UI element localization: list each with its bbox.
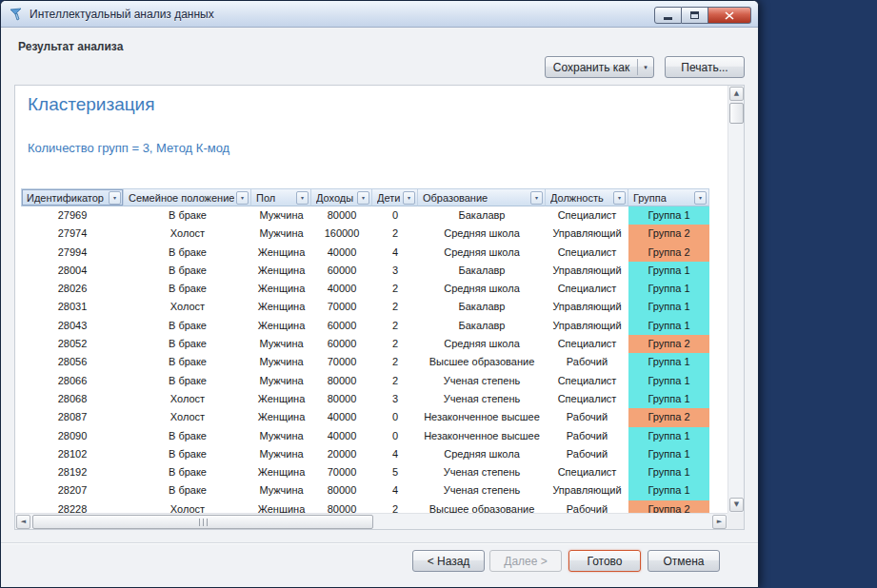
table-row[interactable]: 28068ХолостЖенщина800003Ученая степеньСп… bbox=[21, 390, 710, 408]
vertical-scrollbar[interactable]: ▲ ▼ bbox=[728, 86, 744, 513]
close-button[interactable] bbox=[708, 7, 751, 24]
back-button[interactable]: < Назад bbox=[412, 550, 485, 572]
table-cell: Средняя школа bbox=[418, 225, 546, 243]
group-cell: Группа 1 bbox=[628, 206, 709, 225]
table-cell: Ученая степень bbox=[418, 463, 546, 481]
table-cell: В браке bbox=[124, 280, 251, 298]
table-cell: Холост bbox=[124, 390, 251, 408]
table-row[interactable]: 28066В бракеМужчина800002Ученая степеньС… bbox=[21, 372, 710, 390]
table-cell: 3 bbox=[372, 262, 418, 280]
group-cell: Группа 2 bbox=[628, 335, 709, 353]
table-cell: В браке bbox=[124, 244, 251, 262]
table-cell: 70000 bbox=[311, 298, 372, 316]
horizontal-scrollbar[interactable]: ◄ ► bbox=[15, 513, 728, 529]
column-header-4[interactable]: Дети▾ bbox=[372, 188, 418, 206]
table-row[interactable]: 28004В бракеЖенщина600003БакалаврУправля… bbox=[21, 262, 710, 280]
column-header-5[interactable]: Образование▾ bbox=[418, 188, 546, 206]
table-row[interactable]: 28043В бракеЖенщина600002БакалаврУправля… bbox=[21, 317, 710, 335]
table-cell: 28192 bbox=[21, 463, 124, 481]
group-cell: Группа 1 bbox=[628, 298, 709, 316]
table-row[interactable]: 28102В бракеМужчина200004Средняя школаРа… bbox=[21, 445, 710, 463]
column-header-6[interactable]: Должность▾ bbox=[546, 188, 628, 206]
table-cell: 28052 bbox=[21, 335, 124, 353]
table-row[interactable]: 28087ХолостЖенщина400000Незаконченное вы… bbox=[21, 408, 710, 426]
table-cell: Женщина bbox=[251, 280, 311, 298]
table-cell: Рабочий bbox=[546, 408, 628, 426]
column-header-0[interactable]: Идентификатор▾ bbox=[21, 188, 124, 206]
table-cell: Мужчина bbox=[251, 445, 311, 463]
scroll-up-button[interactable]: ▲ bbox=[729, 87, 744, 101]
table-row[interactable]: 28192В бракеЖенщина700005Ученая степеньС… bbox=[21, 463, 710, 481]
table-cell: Бакалавр bbox=[418, 206, 546, 225]
horizontal-scroll-thumb[interactable] bbox=[32, 515, 373, 529]
table-cell: Рабочий bbox=[546, 500, 628, 513]
column-header-1[interactable]: Семейное положение▾ bbox=[124, 188, 251, 206]
filter-dropdown-button[interactable]: ▾ bbox=[694, 191, 707, 205]
table-row[interactable]: 28090В бракеМужчина400000Незаконченное в… bbox=[21, 427, 710, 445]
filter-dropdown-button[interactable]: ▾ bbox=[403, 191, 415, 205]
table-cell: Высшее образование bbox=[418, 353, 546, 371]
vertical-scroll-thumb[interactable] bbox=[729, 103, 744, 124]
table-cell: Мужчина bbox=[251, 372, 311, 390]
table-cell: Управляющий bbox=[546, 262, 628, 280]
up-arrow-icon: ▲ bbox=[734, 90, 739, 97]
table-row[interactable]: 28228ХолостЖенщина800002Высшее образован… bbox=[21, 500, 710, 513]
column-header-7[interactable]: Группа▾ bbox=[628, 188, 709, 206]
table-row[interactable]: 28056В бракеМужчина700002Высшее образова… bbox=[21, 353, 710, 371]
table-row[interactable]: 27974ХолостМужчина1600002Средняя школаУп… bbox=[21, 225, 710, 243]
table-row[interactable]: 28052В бракеМужчина600002Средняя школаСп… bbox=[21, 335, 710, 353]
print-label: Печать... bbox=[681, 61, 728, 74]
scroll-right-button[interactable]: ► bbox=[712, 515, 727, 529]
filter-dropdown-button[interactable]: ▾ bbox=[296, 191, 309, 205]
group-cell: Группа 1 bbox=[628, 353, 709, 371]
table-row[interactable]: 27994В бракеЖенщина400004Средняя школаСп… bbox=[21, 244, 710, 262]
table-cell: Ученая степень bbox=[418, 390, 546, 408]
titlebar[interactable]: Интеллектуальный анализ данных bbox=[1, 1, 758, 28]
table-cell: Мужчина bbox=[251, 353, 311, 371]
minimize-button[interactable] bbox=[654, 7, 682, 24]
column-header-2[interactable]: Пол▾ bbox=[251, 188, 311, 206]
table-cell: 5 bbox=[372, 463, 418, 481]
group-cell: Группа 1 bbox=[628, 317, 709, 335]
scroll-left-button[interactable]: ◄ bbox=[16, 515, 30, 529]
window-controls bbox=[654, 7, 751, 24]
maximize-button[interactable] bbox=[682, 7, 708, 24]
cancel-button[interactable]: Отмена bbox=[648, 550, 720, 572]
table-cell: 60000 bbox=[311, 317, 372, 335]
filter-dropdown-button[interactable]: ▾ bbox=[613, 191, 626, 205]
column-header-3[interactable]: Доходы▾ bbox=[311, 188, 372, 206]
table-row[interactable]: 28031ХолостЖенщина700002БакалаврУправляю… bbox=[21, 298, 710, 316]
filter-dropdown-button[interactable]: ▾ bbox=[357, 191, 369, 205]
table-cell: 28228 bbox=[21, 500, 124, 513]
group-cell: Группа 1 bbox=[628, 463, 709, 481]
filter-dropdown-button[interactable]: ▾ bbox=[109, 191, 121, 205]
filter-dropdown-button[interactable]: ▾ bbox=[530, 191, 543, 205]
table-cell: Бакалавр bbox=[418, 262, 546, 280]
table-cell: 28043 bbox=[21, 317, 124, 335]
table-cell: 28102 bbox=[21, 445, 124, 463]
table-cell: Управляющий bbox=[546, 298, 628, 316]
table-row[interactable]: 28026В бракеЖенщина400002Средняя школаСп… bbox=[21, 280, 710, 298]
table-cell: Незаконченное высшее bbox=[418, 427, 546, 445]
table-cell: Рабочий bbox=[546, 353, 628, 371]
results-panel: Кластеризация Количество групп = 3, Мето… bbox=[14, 85, 745, 530]
group-cell: Группа 1 bbox=[628, 372, 709, 390]
next-button[interactable]: Далее > bbox=[489, 550, 562, 572]
print-button[interactable]: Печать... bbox=[665, 56, 745, 78]
table-cell: Специалист bbox=[546, 206, 628, 225]
filter-dropdown-button[interactable]: ▾ bbox=[236, 191, 249, 205]
column-header-label: Группа bbox=[633, 192, 667, 204]
table-row[interactable]: 28207В бракеМужчина800004Ученая степеньУ… bbox=[21, 481, 710, 500]
table-cell: 4 bbox=[372, 445, 418, 463]
table-cell: 28066 bbox=[21, 372, 124, 390]
save-as-button[interactable]: Сохранить как ▾ bbox=[545, 56, 654, 78]
save-as-dropdown-icon[interactable]: ▾ bbox=[638, 64, 653, 71]
left-arrow-icon: ◄ bbox=[21, 519, 26, 525]
table-cell: 27974 bbox=[21, 225, 124, 243]
table-row[interactable]: 27969В бракеМужчина800000БакалаврСпециал… bbox=[21, 206, 710, 225]
table-cell: 27969 bbox=[21, 206, 124, 225]
scroll-down-button[interactable]: ▼ bbox=[729, 498, 744, 512]
finish-button[interactable]: Готово bbox=[568, 550, 641, 572]
cancel-label: Отмена bbox=[663, 555, 704, 568]
table-cell: 160000 bbox=[311, 225, 372, 243]
